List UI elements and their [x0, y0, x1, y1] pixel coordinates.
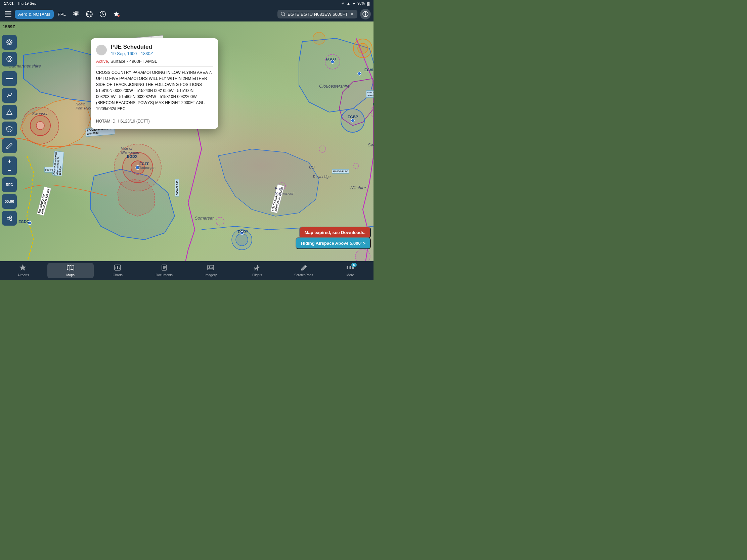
svg-line-59 [10, 144, 11, 145]
zoom-in-button[interactable]: + [2, 156, 17, 166]
popup-title-section: PJE Scheduled 19 Sep, 1600 - 1830Z [111, 44, 153, 56]
more-badge: 6 [351, 263, 357, 267]
svg-line-12 [284, 15, 285, 16]
settings-button[interactable] [70, 9, 82, 20]
region-somerset: Somerset [195, 216, 214, 220]
clock-button[interactable] [97, 9, 109, 20]
region-gloucestershire: Gloucestershire [319, 84, 350, 89]
links-button[interactable] [2, 211, 17, 225]
region-trowbridge: Trowbridge [312, 175, 331, 179]
charts-icon [114, 264, 121, 273]
tab-scratchpads[interactable]: ScratchPads [280, 263, 327, 278]
tab-maps[interactable]: Maps [47, 263, 94, 278]
svg-point-14 [365, 14, 366, 15]
target-tool-button[interactable] [2, 35, 17, 50]
zoom-controls: + − [2, 156, 17, 175]
airports-tab-label: Airports [18, 273, 29, 277]
region-east-somerset: EastSomerset [275, 186, 293, 196]
svg-text:↻: ↻ [118, 16, 119, 17]
region-swansea: Swansea [32, 111, 48, 116]
aero-notams-label: Aero & NOTAMs [18, 12, 50, 17]
battery-icon: ▓ [367, 1, 369, 5]
imagery-icon [207, 264, 214, 273]
aero-notams-button[interactable]: Aero & NOTAMs [15, 10, 54, 19]
svg-point-54 [7, 56, 12, 62]
svg-point-55 [8, 58, 11, 60]
svg-point-47 [236, 234, 248, 246]
airport-egff: EGFF [139, 162, 149, 166]
flights-tab-label: Flights [252, 273, 262, 277]
airport-egbj: EGBJ [326, 57, 336, 61]
svg-rect-1 [5, 14, 11, 15]
airport-glamorgan: Glamorgan [138, 166, 156, 169]
search-icon [281, 12, 285, 17]
location-icon: ➤ [352, 1, 355, 6]
timer-button[interactable]: 00:00 [2, 194, 17, 209]
svg-point-38 [353, 163, 359, 168]
airport-egva: EGVA [373, 102, 374, 106]
maps-tab-label: Maps [67, 273, 75, 277]
search-clear-button[interactable]: ✕ [350, 11, 354, 17]
favorites-button[interactable]: ↻ [110, 9, 122, 20]
tab-airports[interactable]: Airports [0, 263, 47, 278]
popup-status: Active, Surface - 4900FT AMSL [91, 59, 218, 66]
status-bar-left: 17:01 Thu 19 Sep [4, 1, 36, 5]
tab-imagery[interactable]: Imagery [187, 263, 234, 278]
search-area: ✕ [278, 9, 371, 20]
airport-egbp: EGBP [347, 115, 358, 119]
terrain-tool-button[interactable] [2, 105, 17, 119]
more-tab-label: More [346, 273, 354, 277]
tab-documents[interactable]: Documents [141, 263, 188, 278]
svg-rect-79 [346, 266, 348, 269]
top-nav: Aero & NOTAMs FPL ↻ [0, 7, 374, 22]
map-container[interactable]: 1559Z FIS: CARDIFFAPPROACH 119.150 FMC S… [0, 22, 374, 261]
svg-point-61 [10, 216, 12, 218]
popup-status-label: Active [96, 59, 108, 64]
hiding-airspace-alert[interactable]: Hiding Airspace Above 5,000' > [295, 237, 371, 249]
fpl-button[interactable]: FPL [55, 10, 69, 19]
popup-status-suffix: , Surface - 4900FT AMSL [108, 59, 157, 64]
svg-point-42 [358, 43, 368, 53]
svg-rect-0 [5, 11, 11, 12]
sun-icon: ☀ [341, 1, 344, 6]
status-bar: 17:01 Thu 19 Sep ☀ ▲ ➤ 98% ▓ [0, 0, 374, 7]
layers-tool-button[interactable] [2, 52, 17, 66]
svg-point-35 [216, 217, 224, 225]
rec-button[interactable]: REC [2, 177, 17, 192]
pen-tool-button[interactable] [2, 138, 17, 153]
search-input[interactable] [287, 12, 348, 17]
more-icon: 6 [346, 264, 354, 273]
airport-egdc: EGDC [19, 219, 29, 223]
search-box[interactable]: ✕ [278, 10, 357, 19]
airport-egvl: EGVL [364, 68, 374, 72]
svg-rect-80 [349, 266, 351, 269]
region-swindon: Swindon [368, 142, 374, 148]
shield-tool-button[interactable]: 35 [2, 122, 17, 136]
compass-button[interactable] [360, 9, 371, 20]
tab-flights[interactable]: Flights [234, 263, 281, 278]
map-expired-alert[interactable]: Map expired, see Downloads. [299, 226, 371, 238]
svg-point-33 [341, 109, 364, 132]
status-bar-right: ☀ ▲ ➤ 98% ▓ [341, 1, 369, 6]
globe-button[interactable] [83, 9, 95, 20]
scratchpads-tab-label: ScratchPads [294, 273, 313, 277]
svg-line-63 [9, 217, 10, 218]
popup-body: CROSS COUNTRY PARAMOTORING IN LOW FLYING… [91, 67, 218, 116]
status-date: Thu 19 Sep [17, 1, 36, 5]
popup-icon [96, 45, 107, 55]
wifi-icon: ▲ [346, 1, 350, 5]
left-tools: 35 + − REC 00:00 [0, 22, 19, 261]
region-wiltshire: Wiltshire [349, 185, 366, 190]
popup-title: PJE Scheduled [111, 44, 153, 50]
svg-line-64 [9, 218, 10, 219]
documents-icon [160, 264, 168, 273]
airport-egdx: EGDX [127, 155, 137, 158]
minus-tool-button[interactable] [2, 71, 17, 86]
route-tool-button[interactable] [2, 88, 17, 103]
tab-more[interactable]: 6 More [327, 263, 374, 278]
zoom-out-button[interactable]: − [2, 166, 17, 175]
tab-charts[interactable]: Charts [94, 263, 141, 278]
menu-button[interactable] [3, 9, 14, 19]
status-time: 17:01 [4, 1, 14, 5]
maps-icon [67, 264, 74, 273]
